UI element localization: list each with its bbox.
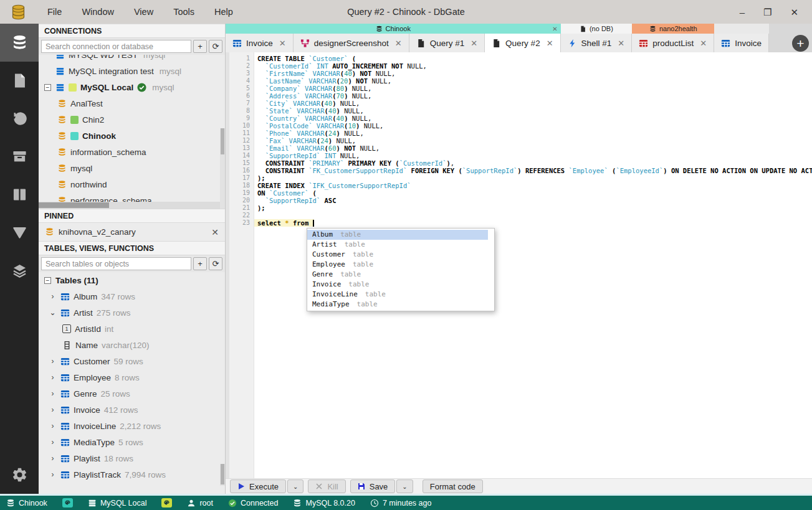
add-connection-button[interactable]: + bbox=[193, 40, 207, 53]
execute-button[interactable]: Execute bbox=[230, 479, 286, 493]
chevron-right-icon[interactable]: › bbox=[49, 405, 57, 414]
pinned-item[interactable]: knihovna_v2_canary ✕ bbox=[39, 223, 225, 241]
code-line[interactable]: 12 `Fax` VARCHAR(24) NULL, bbox=[229, 137, 812, 144]
iconbar-archive-icon[interactable] bbox=[0, 138, 39, 176]
code-line[interactable]: 7 `City` VARCHAR(40) NULL, bbox=[229, 100, 812, 107]
format-code-button[interactable]: Format code bbox=[423, 479, 483, 493]
table-node[interactable]: ›MediaType5 rows bbox=[39, 434, 225, 450]
autocomplete-item[interactable]: Employeetable bbox=[307, 260, 488, 270]
code-line[interactable]: 4 `LastName` VARCHAR(20) NOT NULL, bbox=[229, 77, 812, 85]
database-item[interactable]: mysql bbox=[39, 160, 225, 176]
sql-editor[interactable]: 1CREATE TABLE `Customer` (2 `CustomerId`… bbox=[229, 52, 812, 478]
database-item[interactable]: information_schema bbox=[39, 144, 225, 160]
code-line[interactable]: 13 `Email` VARCHAR(60) NOT NULL, bbox=[229, 144, 812, 152]
execute-dropdown-button[interactable]: ⌄ bbox=[287, 479, 303, 493]
autocomplete-item[interactable]: Genretable bbox=[307, 270, 488, 280]
statusbar-database-item[interactable]: MySQL 8.0.20 bbox=[293, 499, 355, 508]
table-node[interactable]: ›Customer59 rows bbox=[39, 353, 225, 369]
statusbar-clock-item[interactable]: 7 minutes ago bbox=[370, 499, 432, 508]
close-tab-icon[interactable]: ✕ bbox=[395, 39, 402, 48]
close-button[interactable]: ✕ bbox=[790, 7, 798, 17]
statusbar-palette-swatch[interactable] bbox=[161, 498, 172, 508]
tables-search-input[interactable] bbox=[41, 257, 191, 270]
new-tab-button[interactable]: + bbox=[792, 35, 809, 52]
table-node[interactable]: ›Album347 rows bbox=[39, 288, 225, 305]
statusbar-database-item[interactable]: Chinook bbox=[6, 499, 47, 508]
code-line[interactable]: 17); bbox=[229, 174, 812, 182]
tables-root-node[interactable]: −Tables (11) bbox=[39, 272, 225, 288]
iconbar-settings-icon[interactable] bbox=[0, 456, 39, 494]
code-line[interactable]: 23select * from bbox=[229, 219, 812, 227]
iconbar-database-icon[interactable] bbox=[0, 24, 39, 62]
unpin-icon[interactable]: ✕ bbox=[211, 227, 219, 237]
close-tab-icon[interactable]: ✕ bbox=[700, 39, 707, 48]
code-line[interactable]: 3 `FirstName` VARCHAR(40) NOT NULL, bbox=[229, 70, 812, 77]
connection-item[interactable]: MySQL integration testmysql bbox=[39, 63, 225, 79]
tab-group-header[interactable]: (no DB) bbox=[561, 24, 633, 34]
table-node[interactable]: ⌄Artist275 rows bbox=[39, 305, 225, 321]
chevron-right-icon[interactable]: › bbox=[49, 357, 57, 366]
minimize-button[interactable]: – bbox=[740, 7, 745, 17]
database-item[interactable]: AnalTest bbox=[39, 95, 225, 111]
code-line[interactable]: 19ON `Customer` ( bbox=[229, 189, 812, 197]
iconbar-layers-icon[interactable] bbox=[0, 252, 39, 290]
chevron-right-icon[interactable]: › bbox=[49, 292, 57, 301]
database-item[interactable]: Chin2 bbox=[39, 111, 225, 128]
menu-file[interactable]: File bbox=[39, 4, 70, 19]
code-line[interactable]: 8 `State` VARCHAR(40) NULL, bbox=[229, 107, 812, 115]
chevron-right-icon[interactable]: › bbox=[49, 454, 57, 463]
save-button[interactable]: Save bbox=[350, 479, 396, 493]
tab-productlist[interactable]: productList✕ bbox=[632, 34, 714, 52]
code-line[interactable]: 2 `CustomerId` INT AUTO_INCREMENT NOT NU… bbox=[229, 62, 812, 70]
database-item[interactable]: northwind bbox=[39, 176, 225, 192]
maximize-button[interactable]: ❐ bbox=[763, 7, 771, 17]
autocomplete-item[interactable]: Invoicetable bbox=[307, 280, 488, 290]
close-tab-icon[interactable]: ✕ bbox=[279, 39, 286, 48]
code-line[interactable]: 6 `Address` VARCHAR(70) NULL, bbox=[229, 92, 812, 100]
close-group-icon[interactable]: ✕ bbox=[552, 26, 557, 32]
connections-horizontal-scrollbar[interactable] bbox=[39, 202, 220, 209]
code-line[interactable]: 20 `SupportRepId` ASC bbox=[229, 197, 812, 204]
tab-invoice[interactable]: Invoice bbox=[714, 34, 769, 52]
statusbar-palette-swatch[interactable] bbox=[62, 498, 73, 508]
menu-help[interactable]: Help bbox=[206, 4, 241, 19]
code-line[interactable]: 5 `Company` VARCHAR(80) NULL, bbox=[229, 85, 812, 92]
menu-view[interactable]: View bbox=[126, 4, 161, 19]
column-node[interactable]: 1ArtistIdint bbox=[39, 321, 225, 337]
chevron-down-icon[interactable]: ⌄ bbox=[49, 308, 57, 317]
connection-item[interactable]: MYSQL WD TESTmysql bbox=[39, 55, 225, 63]
iconbar-book-icon[interactable] bbox=[0, 176, 39, 214]
statusbar-check-item[interactable]: Connected bbox=[228, 499, 278, 508]
tab-invoice[interactable]: Invoice✕ bbox=[226, 34, 294, 52]
code-line[interactable]: 22 bbox=[229, 212, 812, 219]
database-item[interactable]: Chinook bbox=[39, 128, 225, 144]
tables-vertical-scrollbar[interactable] bbox=[220, 464, 225, 486]
collapse-icon[interactable]: − bbox=[44, 84, 52, 91]
autocomplete-item[interactable]: Albumtable bbox=[307, 230, 488, 240]
tab-query-1[interactable]: Query #1✕ bbox=[409, 34, 485, 52]
iconbar-file-icon[interactable] bbox=[0, 62, 39, 100]
table-node[interactable]: ›Playlist18 rows bbox=[39, 450, 225, 466]
tab-group-header[interactable] bbox=[714, 24, 769, 34]
close-tab-icon[interactable]: ✕ bbox=[547, 39, 553, 48]
code-line[interactable]: 18CREATE INDEX `IFK_CustomerSupportRepId… bbox=[229, 182, 812, 189]
column-node[interactable]: Namevarchar(120) bbox=[39, 337, 225, 353]
connections-search-input[interactable] bbox=[41, 40, 191, 53]
table-node[interactable]: ›Genre25 rows bbox=[39, 385, 225, 402]
autocomplete-item[interactable]: MediaTypetable bbox=[307, 300, 488, 309]
tab-shell-1[interactable]: Shell #1✕ bbox=[561, 34, 633, 52]
chevron-right-icon[interactable]: › bbox=[49, 422, 57, 430]
refresh-connections-button[interactable]: ⟳ bbox=[209, 40, 222, 53]
connection-item[interactable]: −MySQL Localmysql bbox=[39, 79, 225, 95]
table-node[interactable]: ›PlaylistTrack7,994 rows bbox=[39, 466, 225, 483]
code-line[interactable]: 15 CONSTRAINT `PRIMARY` PRIMARY KEY (`Cu… bbox=[229, 159, 812, 167]
connections-vertical-scrollbar[interactable] bbox=[220, 128, 225, 209]
close-tab-icon[interactable]: ✕ bbox=[470, 39, 477, 48]
table-node[interactable]: ›InvoiceLine2,212 rows bbox=[39, 418, 225, 434]
chevron-right-icon[interactable]: › bbox=[49, 373, 57, 382]
add-table-button[interactable]: + bbox=[193, 257, 207, 270]
autocomplete-item[interactable]: Artisttable bbox=[307, 240, 488, 250]
statusbar-server-item[interactable]: MySQL Local bbox=[88, 499, 147, 508]
save-dropdown-button[interactable]: ⌄ bbox=[396, 479, 413, 493]
tab-group-header[interactable]: nano2health bbox=[632, 24, 714, 34]
